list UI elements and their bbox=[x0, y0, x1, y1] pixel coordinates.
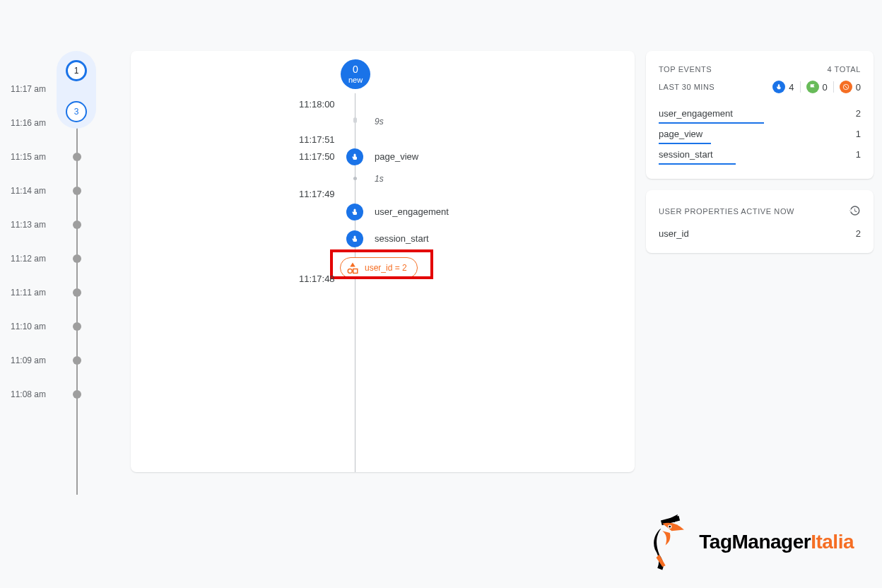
minute-row[interactable]: 11:13 am bbox=[0, 208, 131, 242]
event-bar bbox=[659, 163, 736, 165]
stat-chip-error[interactable]: 0 bbox=[840, 81, 861, 93]
touch-event-icon[interactable] bbox=[346, 148, 363, 165]
event-name: page_view bbox=[659, 129, 702, 139]
minute-label: 11:08 am bbox=[0, 389, 49, 399]
minute-row[interactable]: 11:11 am bbox=[0, 276, 131, 310]
minute-row[interactable]: 11:14 am bbox=[0, 174, 131, 208]
timestamp: 11:17:49 bbox=[299, 189, 335, 199]
minute-dot bbox=[73, 220, 81, 229]
gap-indicator-icon bbox=[353, 177, 357, 180]
stat-chip-interaction[interactable]: 4 bbox=[772, 81, 794, 93]
session-count-badge-3[interactable]: 3 bbox=[66, 101, 87, 122]
error-icon bbox=[840, 81, 852, 93]
flag-icon bbox=[806, 81, 819, 93]
minute-label: 11:13 am bbox=[0, 220, 49, 230]
minute-dot bbox=[73, 254, 81, 263]
new-events-badge[interactable]: 0 new bbox=[341, 59, 370, 89]
touch-event-icon[interactable] bbox=[346, 230, 363, 247]
event-count: 2 bbox=[856, 108, 861, 119]
card-title: TOP EVENTS bbox=[659, 65, 712, 74]
right-sidebar: TOP EVENTS 4 TOTAL LAST 30 MINS 4 bbox=[635, 0, 882, 481]
timestamp: 11:18:00 bbox=[299, 99, 335, 110]
timestamp: 11:17:51 bbox=[299, 134, 335, 145]
events-total: 4 TOTAL bbox=[827, 65, 861, 74]
minute-label: 11:12 am bbox=[0, 254, 49, 264]
minute-row[interactable]: 11:08 am bbox=[0, 377, 131, 411]
highlight-annotation bbox=[330, 249, 433, 279]
minute-label: 11:15 am bbox=[0, 152, 49, 162]
event-name[interactable]: session_start bbox=[375, 233, 429, 244]
stat-chip-conversion[interactable]: 0 bbox=[806, 81, 828, 93]
timestamp: 11:17:48 bbox=[299, 274, 335, 284]
minute-dot bbox=[73, 153, 81, 161]
time-gap: 9s bbox=[375, 117, 384, 127]
event-stream-card: 0 new 11:18:00 9s 11:17:51 page_view 11:… bbox=[131, 51, 635, 472]
minute-dot bbox=[73, 356, 81, 365]
minute-label: 11:11 am bbox=[0, 288, 49, 298]
event-name[interactable]: user_engagement bbox=[375, 206, 449, 217]
minute-row[interactable]: 11:09 am bbox=[0, 343, 131, 377]
event-name: user_engagement bbox=[659, 108, 733, 119]
minute-dot bbox=[73, 322, 81, 331]
minute-row[interactable]: 11:12 am bbox=[0, 242, 131, 276]
minute-label: 11:17 am bbox=[0, 84, 49, 94]
minute-dot bbox=[73, 288, 81, 297]
minute-dot bbox=[73, 187, 81, 195]
top-event-row[interactable]: page_view1 bbox=[659, 124, 861, 144]
minute-dot bbox=[73, 390, 81, 399]
top-event-row[interactable]: session_start1 bbox=[659, 144, 861, 165]
minute-row[interactable]: 11:10 am bbox=[0, 310, 131, 343]
card-title: USER PROPERTIES ACTIVE NOW bbox=[659, 207, 794, 216]
event-name[interactable]: page_view bbox=[375, 151, 418, 162]
event-count: 1 bbox=[856, 149, 861, 160]
timestamp: 11:17:50 bbox=[299, 151, 335, 162]
brand-logo: TagManagerItalia bbox=[644, 510, 854, 574]
touch-icon bbox=[772, 81, 785, 93]
last-30-label: LAST 30 MINS bbox=[659, 83, 715, 91]
woodpecker-icon bbox=[644, 510, 693, 574]
gap-indicator-icon bbox=[353, 117, 357, 123]
minute-label: 11:14 am bbox=[0, 186, 49, 196]
top-events-card: TOP EVENTS 4 TOTAL LAST 30 MINS 4 bbox=[646, 51, 874, 179]
new-events-label: new bbox=[348, 76, 363, 84]
user-properties-card: USER PROPERTIES ACTIVE NOW user_id2 bbox=[646, 190, 874, 253]
svg-point-5 bbox=[669, 526, 671, 528]
time-gap: 1s bbox=[375, 174, 384, 184]
event-count: 1 bbox=[856, 129, 861, 139]
minute-timeline: 1 3 11:17 am11:16 am11:15 am11:14 am11:1… bbox=[0, 0, 131, 481]
session-count-badge-1[interactable]: 1 bbox=[66, 60, 87, 81]
user-property-row[interactable]: user_id2 bbox=[659, 228, 861, 239]
minute-label: 11:16 am bbox=[0, 118, 49, 128]
minute-row[interactable]: 11:15 am bbox=[0, 140, 131, 174]
minute-label: 11:09 am bbox=[0, 355, 49, 365]
new-events-count: 0 bbox=[353, 64, 358, 75]
event-type-stats: 4 0 0 bbox=[772, 81, 861, 93]
top-event-row[interactable]: user_engagement2 bbox=[659, 103, 861, 124]
event-name: session_start bbox=[659, 149, 713, 160]
property-value: 2 bbox=[856, 228, 861, 239]
minute-label: 11:10 am bbox=[0, 322, 49, 331]
history-icon[interactable] bbox=[848, 204, 861, 218]
touch-event-icon[interactable] bbox=[346, 204, 363, 220]
property-name: user_id bbox=[659, 228, 689, 239]
